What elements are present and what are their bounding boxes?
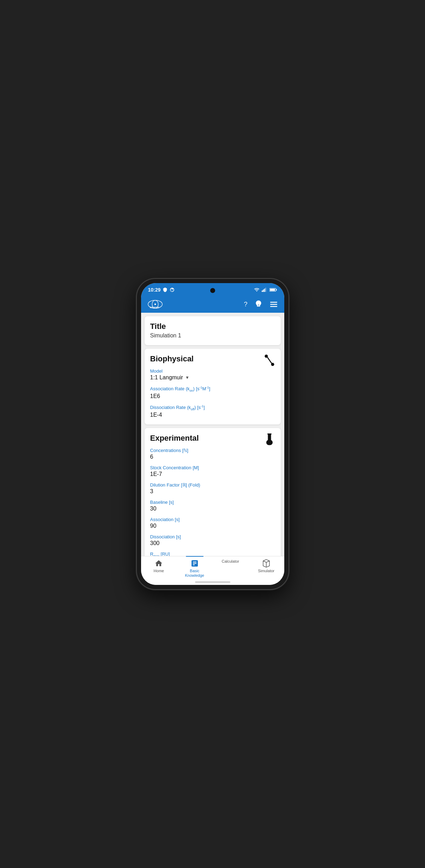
shield-icon bbox=[163, 287, 168, 292]
svg-rect-12 bbox=[270, 304, 277, 305]
battery-icon bbox=[269, 288, 277, 292]
nav-item-calculator[interactable]: Calculator bbox=[213, 559, 249, 564]
phone-screen: 10:29 bbox=[141, 283, 284, 585]
svg-rect-5 bbox=[276, 289, 277, 291]
nav-item-simulator[interactable]: Simulator bbox=[248, 559, 284, 573]
bottom-nav: Home BasicKnowledge Calculator bbox=[141, 556, 284, 579]
svg-line-25 bbox=[263, 561, 266, 562]
title-value: Simulation 1 bbox=[150, 332, 275, 339]
dilution-factor-value: 3 bbox=[150, 488, 275, 495]
baseline-value: 30 bbox=[150, 506, 275, 512]
nav-home-label: Home bbox=[154, 569, 164, 573]
book-icon bbox=[190, 559, 199, 568]
svg-rect-11 bbox=[270, 302, 277, 303]
concentrations-value: 6 bbox=[150, 454, 275, 460]
title-heading: Title bbox=[150, 322, 275, 331]
biophysical-heading: Biophysical bbox=[150, 354, 275, 363]
nav-simulator-label: Simulator bbox=[258, 569, 274, 573]
association-value: 90 bbox=[150, 523, 275, 529]
model-value: 1:1 Langmuir bbox=[150, 374, 183, 381]
assoc-rate-label: Association Rate (kon) [s-1M-1] bbox=[150, 386, 275, 392]
svg-rect-13 bbox=[270, 306, 277, 307]
dissociation-label: Dissociation [s] bbox=[150, 534, 275, 539]
app-header: BRUKER ? bbox=[141, 296, 284, 313]
baseline-label: Baseline [s] bbox=[150, 500, 275, 505]
content-area: Title Simulation 1 Biophysical Model 1:1… bbox=[141, 313, 284, 556]
status-left: 10:29 bbox=[148, 287, 175, 293]
simulator-icon bbox=[262, 559, 271, 568]
dilution-factor-label: Dilution Factor [ℝ] (Fold) bbox=[150, 482, 275, 488]
experimental-heading: Experimental bbox=[150, 434, 275, 443]
camera-notch bbox=[210, 288, 215, 293]
status-time: 10:29 bbox=[148, 287, 161, 293]
title-card: Title Simulation 1 bbox=[145, 316, 281, 345]
svg-rect-2 bbox=[264, 289, 265, 292]
basic-knowledge-active-indicator bbox=[186, 556, 204, 557]
home-indicator bbox=[141, 579, 284, 585]
dissoc-rate-label: Dissociation Rate (koff) [s-1] bbox=[150, 404, 275, 411]
status-right bbox=[254, 288, 277, 292]
nav-calculator-label: Calculator bbox=[221, 559, 239, 564]
home-bar bbox=[195, 581, 230, 583]
svg-point-9 bbox=[154, 304, 156, 305]
biophysical-card: Biophysical Model 1:1 Langmuir ▼ Associa… bbox=[145, 349, 281, 424]
stock-conc-label: Stock Concentration [M] bbox=[150, 465, 275, 470]
dropdown-arrow-icon: ▼ bbox=[185, 375, 189, 380]
svg-rect-3 bbox=[265, 288, 266, 292]
rmax-label: Rmax [RU] bbox=[150, 551, 275, 556]
home-icon bbox=[154, 559, 163, 568]
model-selector[interactable]: 1:1 Langmuir ▼ bbox=[150, 374, 275, 381]
help-icon[interactable]: ? bbox=[244, 301, 247, 308]
svg-point-15 bbox=[271, 363, 274, 366]
bruker-logo: BRUKER bbox=[147, 299, 163, 309]
experimental-card: Experimental Concentrations [ℕ] 6 Stock … bbox=[145, 428, 281, 556]
spr-icon[interactable] bbox=[254, 300, 263, 309]
stock-conc-value: 1E-7 bbox=[150, 471, 275, 477]
svg-text:BRUKER: BRUKER bbox=[150, 306, 159, 308]
association-label: Association [s] bbox=[150, 517, 275, 522]
biophysical-icon bbox=[263, 354, 276, 368]
model-label: Model bbox=[150, 368, 275, 374]
nav-item-basic-knowledge[interactable]: BasicKnowledge bbox=[177, 559, 213, 578]
phone-frame: 10:29 bbox=[137, 279, 289, 589]
wifi-icon bbox=[254, 288, 260, 292]
assoc-rate-value: 1E6 bbox=[150, 393, 275, 399]
svg-rect-1 bbox=[263, 289, 264, 292]
flask-icon bbox=[263, 433, 276, 448]
concentrations-label: Concentrations [ℕ] bbox=[150, 448, 275, 453]
signal-icon bbox=[262, 288, 267, 292]
menu-icon[interactable] bbox=[269, 300, 278, 308]
svg-rect-6 bbox=[270, 289, 275, 291]
bruker-logo-icon: BRUKER bbox=[147, 299, 163, 309]
svg-rect-0 bbox=[262, 291, 263, 292]
nav-basic-knowledge-label: BasicKnowledge bbox=[185, 569, 204, 578]
header-actions: ? bbox=[244, 300, 278, 309]
nav-item-home[interactable]: Home bbox=[141, 559, 177, 573]
svg-line-26 bbox=[266, 561, 269, 562]
dissoc-rate-value: 1E-4 bbox=[150, 412, 275, 418]
dissociation-value: 300 bbox=[150, 540, 275, 546]
face-icon bbox=[170, 287, 175, 292]
